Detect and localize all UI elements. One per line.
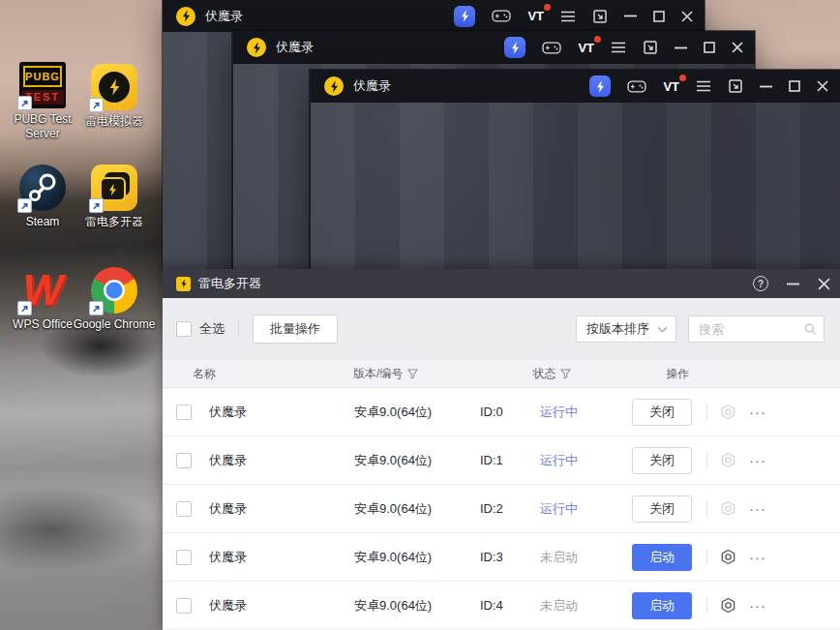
ld-multi-logo-icon — [176, 277, 191, 291]
settings-gear-icon[interactable] — [720, 452, 736, 468]
vt-button[interactable]: VT — [527, 9, 544, 23]
close-button[interactable] — [817, 80, 828, 92]
manager-titlebar[interactable]: 雷电多开器 ? — [163, 269, 840, 298]
window-titlebar[interactable]: 伏魔录 VT — [311, 70, 840, 103]
row-checkbox[interactable] — [176, 550, 192, 565]
instance-status: 未启动 — [540, 597, 632, 615]
desktop-icon-label: 雷电模拟器 — [73, 114, 156, 129]
row-divider — [706, 598, 707, 614]
shortcut-arrow-icon — [17, 198, 32, 213]
search-icon — [804, 322, 816, 336]
instance-version: 安卓9.0(64位) — [354, 404, 480, 421]
ldplayer-logo-icon — [176, 7, 195, 26]
steam-icon — [19, 165, 66, 211]
search-box — [688, 315, 825, 343]
more-options-icon[interactable]: ··· — [749, 601, 766, 611]
instance-id: ID:3 — [480, 550, 540, 564]
mini-mode-icon[interactable] — [643, 40, 658, 55]
shortcut-arrow-icon — [89, 98, 104, 112]
row-checkbox[interactable] — [176, 405, 192, 420]
close-button[interactable] — [818, 278, 830, 290]
mini-mode-icon[interactable] — [728, 78, 743, 94]
desktop-icon-ld-multi[interactable]: 雷电多开器 — [73, 165, 156, 229]
instance-id: ID:4 — [480, 598, 540, 613]
chrome-icon — [91, 267, 137, 314]
more-options-icon[interactable]: ··· — [749, 407, 766, 417]
instance-action-button[interactable]: 启动 — [632, 544, 692, 571]
shortcut-arrow-icon — [17, 301, 32, 315]
notification-dot — [544, 4, 551, 11]
header-status: 状态 — [532, 366, 571, 382]
instance-table: 伏魔录 安卓9.0(64位) ID:0 运行中 关闭 ··· 伏魔录 安卓9.0… — [163, 388, 840, 630]
search-input[interactable] — [691, 322, 804, 337]
maximize-button[interactable] — [789, 80, 800, 92]
settings-gear-icon[interactable] — [720, 549, 736, 565]
ld-multi-icon — [91, 165, 137, 211]
more-options-icon[interactable]: ··· — [749, 553, 766, 562]
instance-action-button[interactable]: 关闭 — [632, 447, 692, 474]
gamepad-icon[interactable] — [542, 41, 561, 55]
vt-button[interactable]: VT — [663, 79, 679, 94]
instance-status: 运行中 — [540, 500, 632, 518]
batch-operation-button[interactable]: 批量操作 — [253, 315, 338, 344]
filter-icon[interactable] — [560, 369, 571, 379]
minimize-button[interactable] — [787, 283, 799, 285]
minimize-button[interactable] — [624, 15, 637, 17]
header-name: 名称 — [193, 366, 216, 382]
window-title: 伏魔录 — [353, 77, 589, 95]
row-divider — [706, 405, 707, 420]
help-icon[interactable]: ? — [753, 276, 768, 291]
boost-icon[interactable] — [504, 37, 525, 58]
instance-status: 运行中 — [540, 404, 632, 421]
gamepad-icon[interactable] — [492, 9, 511, 23]
ldplayer-logo-icon — [247, 38, 266, 57]
instance-id: ID:0 — [480, 405, 540, 419]
menu-icon[interactable] — [696, 80, 711, 92]
boost-icon[interactable] — [589, 75, 611, 97]
row-checkbox[interactable] — [176, 598, 192, 614]
more-options-icon[interactable]: ··· — [749, 504, 766, 514]
emulator-screen[interactable] — [311, 103, 840, 269]
settings-gear-icon[interactable] — [720, 404, 736, 420]
close-button[interactable] — [681, 11, 693, 22]
instance-name: 伏魔录 — [209, 452, 354, 469]
settings-gear-icon[interactable] — [720, 500, 736, 517]
instance-row: 伏魔录 安卓9.0(64位) ID:2 运行中 关闭 ··· — [163, 485, 840, 533]
minimize-button[interactable] — [675, 46, 687, 49]
instance-action-button[interactable]: 关闭 — [632, 399, 692, 426]
vt-button[interactable]: VT — [578, 41, 594, 55]
row-checkbox[interactable] — [176, 501, 192, 517]
instance-name: 伏魔录 — [209, 404, 354, 421]
instance-action-button[interactable]: 关闭 — [632, 495, 692, 523]
desktop-icon-ld-emulator[interactable]: 雷电模拟器 — [73, 64, 156, 129]
close-button[interactable] — [732, 42, 743, 53]
window-title: 伏魔录 — [205, 8, 454, 25]
instance-id: ID:2 — [480, 501, 540, 516]
boost-icon[interactable] — [454, 6, 475, 27]
instance-action-button[interactable]: 启动 — [632, 592, 692, 619]
menu-icon[interactable] — [611, 42, 626, 53]
instance-status: 未启动 — [540, 549, 632, 566]
minimize-button[interactable] — [760, 85, 772, 88]
filter-icon[interactable] — [407, 369, 418, 379]
select-all-checkbox[interactable] — [176, 321, 192, 337]
manager-toolbar: 全选 批量操作 按版本排序 — [163, 298, 840, 360]
mini-mode-icon[interactable] — [592, 9, 608, 24]
sort-dropdown[interactable]: 按版本排序 — [576, 315, 676, 343]
menu-icon[interactable] — [560, 11, 576, 22]
more-options-icon[interactable]: ··· — [749, 456, 766, 465]
maximize-button[interactable] — [653, 11, 665, 22]
settings-gear-icon[interactable] — [720, 597, 736, 614]
window-titlebar[interactable]: 伏魔录 VT — [163, 0, 705, 32]
gamepad-icon[interactable] — [627, 79, 646, 94]
desktop-icon-chrome[interactable]: Google Chrome — [73, 267, 156, 332]
row-divider — [706, 550, 707, 565]
header-version: 版本/编号 — [353, 366, 418, 382]
maximize-button[interactable] — [704, 42, 715, 53]
window-titlebar[interactable]: 伏魔录 VT — [233, 31, 755, 64]
instance-version: 安卓9.0(64位) — [354, 500, 480, 518]
row-checkbox[interactable] — [176, 453, 192, 468]
ldplayer-logo-icon — [324, 76, 344, 96]
shortcut-arrow-icon — [89, 301, 104, 315]
multi-instance-manager-window: 雷电多开器 ? 全选 批量操作 按版本排序 名称 版本/编号 — [163, 269, 840, 630]
